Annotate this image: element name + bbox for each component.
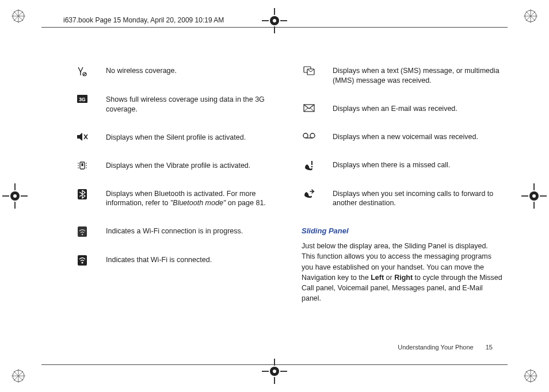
wifi-progress-icon xyxy=(75,226,90,237)
icon-row: Displays when a text (SMS) message, or m… xyxy=(302,66,503,86)
icon-description: No wireless coverage. xyxy=(106,66,276,76)
icon-row: Displays when an E-mail was received. xyxy=(302,104,503,114)
svg-point-62 xyxy=(82,234,83,236)
missed-call-icon xyxy=(302,160,317,171)
voicemail-icon xyxy=(302,132,317,139)
icon-row: No wireless coverage. xyxy=(75,66,276,76)
svg-point-27 xyxy=(273,370,276,373)
icon-description: Displays when a text (SMS) message, or m… xyxy=(333,66,503,86)
icon-row: Indicates a Wi-Fi connection is in progr… xyxy=(75,226,276,237)
icon-row: Displays when you set incoming calls to … xyxy=(302,189,503,209)
crop-target-icon xyxy=(2,183,28,209)
left-column: No wireless coverage. 3G Shows full wire… xyxy=(75,66,276,337)
bluetooth-icon xyxy=(75,189,90,199)
icon-description: Displays when the Vibrate profile is act… xyxy=(106,161,276,171)
registration-mark-icon xyxy=(10,368,26,384)
svg-point-33 xyxy=(13,194,17,198)
right-column: Displays when a text (SMS) message, or m… xyxy=(302,66,503,337)
svg-text:3G: 3G xyxy=(79,97,86,102)
svg-point-21 xyxy=(273,19,276,22)
bold-text: Right xyxy=(394,274,413,282)
icon-description: Indicates that Wi-Fi is connected. xyxy=(106,255,276,265)
section-paragraph: Just below the display area, the Sliding… xyxy=(302,241,503,303)
sms-message-icon xyxy=(302,66,317,75)
svg-line-68 xyxy=(304,108,308,112)
wifi-connected-icon xyxy=(75,255,90,266)
icon-row: Displays when Bluetooth is activated. Fo… xyxy=(75,189,276,209)
badge-3g-icon: 3G xyxy=(75,95,90,103)
call-forward-icon xyxy=(302,189,317,198)
vibrate-icon xyxy=(75,161,90,170)
crop-target-icon xyxy=(521,183,547,209)
text-part: or xyxy=(384,274,394,282)
crop-target-icon xyxy=(262,359,287,384)
svg-line-69 xyxy=(310,108,314,112)
icon-description: Displays when Bluetooth is activated. Fo… xyxy=(106,189,276,209)
crop-rule xyxy=(41,364,508,365)
icon-row: Displays when a new voicemail was receiv… xyxy=(302,132,503,142)
icon-description: Displays when there is a missed call. xyxy=(333,160,503,170)
section-heading: Sliding Panel xyxy=(302,226,503,235)
svg-rect-53 xyxy=(82,163,83,166)
speaker-mute-icon xyxy=(75,133,90,141)
page-number: 15 xyxy=(486,344,493,351)
page-content: No wireless coverage. 3G Shows full wire… xyxy=(75,66,503,337)
registration-mark-icon xyxy=(10,8,26,24)
svg-point-70 xyxy=(303,133,308,138)
text-part: on page 81. xyxy=(226,199,266,207)
svg-point-64 xyxy=(82,262,83,264)
registration-mark-icon xyxy=(523,368,539,384)
antenna-no-signal-icon xyxy=(75,66,90,76)
svg-line-46 xyxy=(83,73,86,75)
footer-section: Understanding Your Phone xyxy=(398,344,474,351)
icon-description: Shows full wireless coverage using data … xyxy=(106,95,276,114)
icon-row: 3G Shows full wireless coverage using da… xyxy=(75,95,276,114)
icon-description: Displays when an E-mail was received. xyxy=(333,104,503,114)
bold-text: Left xyxy=(371,274,384,282)
svg-point-74 xyxy=(311,166,313,167)
running-head: i637.book Page 15 Monday, April 20, 2009… xyxy=(63,16,224,24)
registration-mark-icon xyxy=(523,8,539,24)
icon-row: Displays when there is a missed call. xyxy=(302,160,503,171)
icon-row: Displays when the Vibrate profile is act… xyxy=(75,161,276,171)
page-footer: Understanding Your Phone 15 xyxy=(398,344,493,351)
icon-row: Displays when the Silent profile is acti… xyxy=(75,133,276,143)
envelope-icon xyxy=(302,104,317,112)
crop-target-icon xyxy=(262,8,287,33)
reference-title: "Bluetooth mode" xyxy=(170,199,226,207)
icon-description: Indicates a Wi-Fi connection is in progr… xyxy=(106,226,276,236)
icon-description: Displays when the Silent profile is acti… xyxy=(106,133,276,143)
icon-row: Indicates that Wi-Fi is connected. xyxy=(75,255,276,266)
svg-marker-49 xyxy=(77,133,82,141)
icon-description: Displays when a new voicemail was receiv… xyxy=(333,132,503,142)
svg-point-71 xyxy=(310,133,315,138)
icon-description: Displays when you set incoming calls to … xyxy=(333,189,503,209)
svg-point-39 xyxy=(532,194,536,198)
crop-rule xyxy=(41,27,508,28)
